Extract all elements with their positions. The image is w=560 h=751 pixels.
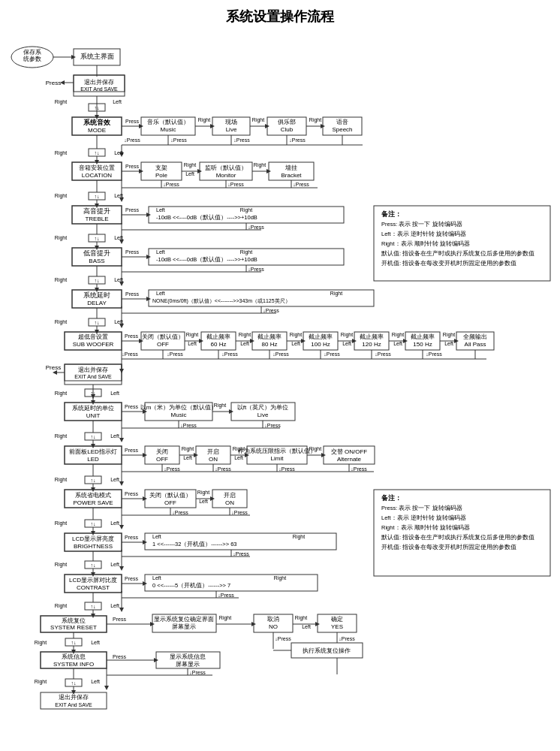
svg-text:60 Hz: 60 Hz bbox=[211, 341, 227, 348]
svg-text:↓Press: ↓Press bbox=[221, 351, 238, 357]
svg-text:LOCATION: LOCATION bbox=[82, 172, 113, 179]
svg-text:以m（米）为单位（默认值）: 以m（米）为单位（默认值） bbox=[140, 404, 218, 411]
svg-text:1 <<------32（开机值）------>> 63: 1 <<------32（开机值）------>> 63 bbox=[152, 541, 237, 547]
svg-text:SUB WOOFER: SUB WOOFER bbox=[73, 341, 114, 348]
svg-text:Left: Left bbox=[156, 207, 165, 213]
svg-text:SYSTEM INFO: SYSTEM INFO bbox=[53, 661, 94, 668]
svg-text:Left: Left bbox=[183, 455, 192, 460]
svg-text:开机值: 指设备在每改变开机时所固定使用的参数值: 开机值: 指设备在每改变开机时所固定使用的参数值 bbox=[381, 544, 516, 550]
svg-text:Right: Right bbox=[55, 150, 67, 156]
svg-text:Press: Press bbox=[125, 291, 139, 297]
svg-text:Press: Press bbox=[125, 119, 139, 124]
svg-text:低音提升: 低音提升 bbox=[83, 249, 110, 257]
svg-text:Right: Right bbox=[443, 332, 455, 338]
svg-text:↑↓: ↑↓ bbox=[95, 194, 100, 199]
svg-text:Right: Right bbox=[35, 640, 47, 646]
svg-text:Left: Left bbox=[114, 277, 123, 282]
svg-text:Left: Left bbox=[199, 499, 208, 504]
svg-text:开机值: 指设备在每改变开机时所固定使用的参数值: 开机值: 指设备在每改变开机时所固定使用的参数值 bbox=[381, 260, 516, 267]
svg-text:Right: Right bbox=[219, 615, 231, 621]
svg-text:Monitor: Monitor bbox=[216, 172, 236, 179]
svg-text:↑↓: ↑↓ bbox=[71, 680, 77, 686]
svg-text:OFF: OFF bbox=[157, 341, 169, 348]
page-title: 系统设置操作流程 bbox=[6, 8, 554, 26]
svg-text:Right: Right bbox=[55, 277, 67, 283]
svg-text:Music: Music bbox=[161, 126, 176, 133]
svg-text:Right: Right bbox=[290, 332, 302, 338]
svg-text:Left: Left bbox=[114, 235, 123, 240]
svg-text:Bracket: Bracket bbox=[281, 172, 302, 179]
svg-text:↓Press: ↓Press bbox=[180, 423, 197, 428]
svg-text:语音: 语音 bbox=[336, 119, 348, 125]
svg-text:Left: Left bbox=[185, 171, 194, 176]
svg-text:墙挂: 墙挂 bbox=[285, 164, 297, 171]
svg-text:↓Press: ↓Press bbox=[122, 351, 138, 357]
svg-text:截止频率: 截止频率 bbox=[411, 333, 435, 340]
svg-text:Right: Right bbox=[309, 446, 321, 452]
svg-text:↑↓: ↑↓ bbox=[91, 478, 96, 483]
svg-text:Right: Right bbox=[55, 319, 67, 325]
svg-text:Right: Right bbox=[55, 477, 67, 483]
svg-text:↓Press: ↓Press bbox=[218, 593, 234, 598]
svg-text:Right：表示 顺时针转 旋转编码器: Right：表示 顺时针转 旋转编码器 bbox=[381, 524, 470, 531]
svg-text:系统信息: 系统信息 bbox=[62, 653, 86, 660]
svg-text:Left: Left bbox=[110, 520, 119, 526]
svg-text:ON: ON bbox=[209, 456, 218, 463]
svg-text:EXIT And SAVE: EXIT And SAVE bbox=[80, 86, 118, 92]
svg-text:Left: Left bbox=[240, 341, 249, 346]
svg-text:Live: Live bbox=[226, 126, 237, 133]
svg-text:Right: Right bbox=[184, 162, 196, 168]
svg-text:超低音设置: 超低音设置 bbox=[78, 333, 108, 340]
svg-text:Left: Left bbox=[91, 679, 100, 684]
svg-text:Left: Left bbox=[393, 341, 402, 346]
svg-text:执行系统复位操作: 执行系统复位操作 bbox=[303, 647, 351, 654]
svg-text:↓Press: ↓Press bbox=[263, 308, 279, 313]
svg-text:音乐（默认值）: 音乐（默认值） bbox=[147, 119, 189, 125]
flow-container: 保存系 统参数 系统主界面 Press 退出并保存 EXIT And SAVE … bbox=[6, 29, 554, 749]
svg-text:↓Press: ↓Press bbox=[172, 510, 188, 515]
svg-text:默认值: 指设备在生产时或执行系统复位后多使用的参数值: 默认值: 指设备在生产时或执行系统复位后多使用的参数值 bbox=[381, 534, 534, 541]
svg-text:EXIT And SAVE: EXIT And SAVE bbox=[55, 702, 92, 707]
svg-text:Right: Right bbox=[186, 332, 198, 338]
svg-text:All Pass: All Pass bbox=[465, 341, 486, 348]
svg-text:Right: Right bbox=[330, 291, 342, 297]
svg-text:取消: 取消 bbox=[267, 616, 279, 623]
svg-text:Press: Press bbox=[125, 448, 138, 453]
svg-text:↓Press: ↓Press bbox=[233, 137, 250, 143]
svg-text:Press: Press bbox=[113, 617, 126, 622]
svg-text:Press: Press bbox=[125, 333, 138, 339]
svg-text:系统延时: 系统延时 bbox=[83, 291, 110, 299]
svg-text:BASS: BASS bbox=[89, 258, 104, 264]
svg-text:备注：: 备注： bbox=[381, 493, 402, 502]
svg-text:Left: Left bbox=[114, 193, 123, 198]
svg-text:Pole: Pole bbox=[155, 172, 168, 179]
svg-text:Left：表示 逆时针转 旋转编码器: Left：表示 逆时针转 旋转编码器 bbox=[381, 514, 466, 521]
svg-text:退出并保存: 退出并保存 bbox=[84, 79, 114, 86]
svg-text:↓Press: ↓Press bbox=[278, 466, 295, 472]
svg-text:保存系: 保存系 bbox=[23, 49, 41, 56]
svg-text:Live: Live bbox=[257, 412, 269, 418]
svg-text:↑↓: ↑↓ bbox=[95, 278, 100, 283]
svg-text:Right: Right bbox=[293, 534, 305, 540]
svg-text:↓Press: ↓Press bbox=[375, 351, 391, 357]
svg-text:Left: Left bbox=[110, 433, 119, 439]
svg-text:截止频率: 截止频率 bbox=[309, 333, 333, 340]
svg-text:Left: Left bbox=[291, 341, 300, 346]
svg-text:关闭（默认值）: 关闭（默认值） bbox=[142, 333, 184, 340]
svg-text:↓Press: ↓Press bbox=[170, 137, 187, 143]
svg-text:TREBLE: TREBLE bbox=[85, 216, 108, 222]
svg-text:Music: Music bbox=[171, 412, 187, 418]
svg-text:↓Press: ↓Press bbox=[124, 137, 140, 143]
svg-text:Right: Right bbox=[55, 520, 67, 526]
svg-text:Press: Press bbox=[46, 364, 61, 371]
svg-text:↓Press: ↓Press bbox=[324, 351, 340, 357]
svg-text:Press: Press bbox=[125, 576, 138, 581]
svg-text:80 Hz: 80 Hz bbox=[262, 341, 278, 348]
svg-text:LCD显示屏对比度: LCD显示屏对比度 bbox=[69, 577, 117, 584]
svg-text:Right: Right bbox=[239, 332, 251, 338]
svg-text:Right: Right bbox=[240, 207, 252, 213]
svg-text:Right: Right bbox=[254, 162, 266, 168]
svg-text:↑↓: ↑↓ bbox=[91, 562, 96, 568]
svg-text:OFF: OFF bbox=[156, 456, 168, 463]
svg-text:Right：表示 顺时针转 旋转编码器: Right：表示 顺时针转 旋转编码器 bbox=[381, 240, 470, 247]
